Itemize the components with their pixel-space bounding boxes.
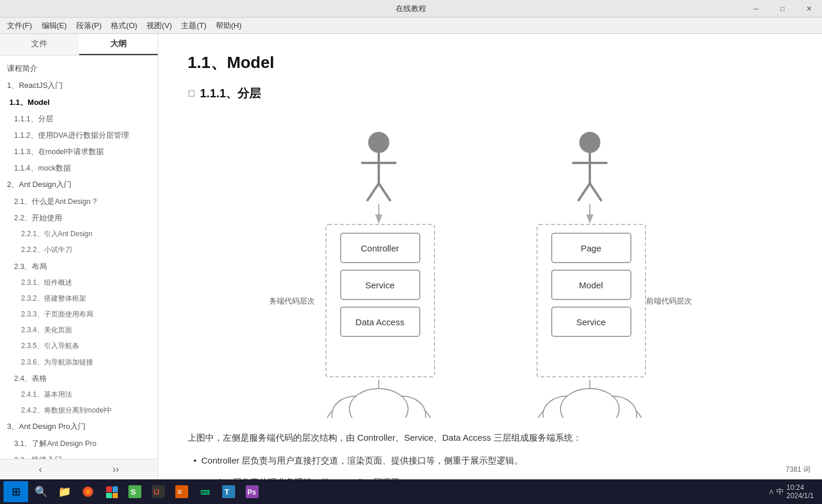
taskbar-tool5[interactable]: ⌨ (195, 481, 216, 502)
prev-button[interactable]: ‹ (34, 463, 46, 476)
sidebar-item-2-3-5[interactable]: 2.3.5、引入导航条 (0, 338, 158, 354)
taskbar-right: ∧ 中 10:242024/1/1 (768, 483, 818, 500)
taskbar-tool3[interactable]: IJ (148, 481, 169, 502)
sidebar-item-2-3[interactable]: 2.3、布局 (0, 258, 158, 275)
taskbar-tool4[interactable]: ≡ (171, 481, 192, 502)
maximize-button[interactable]: □ (769, 0, 796, 17)
svg-rect-46 (106, 493, 112, 498)
sidebar-item-intro[interactable]: 课程简介 (0, 60, 158, 77)
page-number: 7381 词 (786, 465, 810, 475)
diagram-container: Controller Service Data Access 服务端代码层次 D… (188, 113, 793, 418)
menu-file[interactable]: 文件(F) (2, 19, 37, 32)
section-title-icon: ☐ (188, 89, 195, 98)
svg-text:Ps: Ps (247, 488, 256, 496)
svg-text:Service: Service (576, 317, 606, 327)
svg-text:Model: Model (579, 280, 603, 290)
sidebar-item-1-1-3[interactable]: 1.1.3、在model中请求数据 (0, 144, 158, 160)
bullet-text-1: Controller 层负责与用户直接打交道，渲染页面、提供接口等，侧重于展示型… (201, 452, 523, 468)
svg-point-18 (349, 389, 408, 418)
sidebar-item-2-3-6[interactable]: 2.3.6、为导航添加链接 (0, 355, 158, 370)
description-text: 上图中，左侧是服务端代码的层次结构，由 Controller、Service、D… (188, 430, 793, 445)
next-button[interactable]: ›› (108, 463, 124, 476)
taskbar-explorer[interactable]: 📁 (54, 481, 75, 502)
taskbar-time: 10:242024/1/1 (786, 483, 814, 500)
sidebar-item-1-1-4[interactable]: 1.1.4、mock数据 (0, 160, 158, 176)
sidebar-item-model[interactable]: 1.1、Model (0, 94, 158, 111)
svg-text:Service: Service (365, 280, 395, 290)
minimize-button[interactable]: ─ (743, 0, 769, 17)
content-area: 1.1、Model ☐ 1.1.1、分层 Controller (158, 34, 822, 479)
menubar: 文件(F) 编辑(E) 段落(P) 格式(O) 视图(V) 主题(T) 帮助(H… (0, 18, 822, 34)
taskbar-systray: ∧ 中 (768, 486, 784, 497)
svg-text:Controller: Controller (361, 243, 399, 253)
svg-text:T: T (225, 488, 229, 496)
svg-text:Data Access: Data Access (355, 317, 404, 327)
sidebar-item-reactjs[interactable]: 1、ReactJS入门 (0, 77, 158, 94)
sidebar-item-2-1[interactable]: 2.1、什么是Ant Design？ (0, 193, 158, 210)
menu-edit[interactable]: 编辑(E) (37, 19, 72, 32)
sidebar-item-2-4-2[interactable]: 2.4.2、将数据分离到model中 (0, 403, 158, 418)
taskbar-tool7[interactable]: Ps (242, 481, 263, 502)
tab-files[interactable]: 文件 (0, 34, 79, 55)
taskbar-search[interactable]: 🔍 (30, 481, 52, 502)
bullet-text-2: Service 层负责处理业务逻辑，供 Controller 层调用。 (201, 474, 408, 479)
sidebar-item-2-3-2[interactable]: 2.3.2、搭建整体框架 (0, 291, 158, 307)
sidebar-item-2-4-1[interactable]: 2.4.1、基本用法 (0, 387, 158, 403)
sidebar-item-2-3-1[interactable]: 2.3.1、组件概述 (0, 275, 158, 291)
titlebar: 在线教程 ─ □ ✕ (0, 0, 822, 18)
sidebar-item-antdesign[interactable]: 2、Ant Design入门 (0, 176, 158, 193)
svg-rect-45 (113, 486, 118, 492)
sidebar-item-antdesignpro[interactable]: 3、Ant Design Pro入门 (0, 418, 158, 435)
svg-text:服务端代码层次: 服务端代码层次 (270, 297, 315, 305)
sidebar-nav: 课程简介 1、ReactJS入门 1.1、Model 1.1.1、分层 1.1.… (0, 56, 158, 459)
page-title: 1.1、Model (188, 52, 793, 74)
menu-help[interactable]: 帮助(H) (211, 19, 246, 32)
svg-text:⌨: ⌨ (201, 489, 210, 496)
menu-format[interactable]: 格式(O) (106, 19, 142, 32)
bullet-list: • Controller 层负责与用户直接打交道，渲染页面、提供接口等，侧重于展… (188, 452, 793, 479)
svg-line-4 (379, 183, 390, 201)
taskbar-tool2[interactable]: S (124, 481, 145, 502)
bullet-item-controller: • Controller 层负责与用户直接打交道，渲染页面、提供接口等，侧重于展… (193, 452, 793, 468)
taskbar-tool1[interactable] (101, 481, 122, 502)
menu-paragraph[interactable]: 段落(P) (72, 19, 106, 32)
sidebar-item-3-1[interactable]: 3.1、了解Ant Design Pro (0, 435, 158, 452)
bullet-item-service: • Service 层负责处理业务逻辑，供 Controller 层调用。 (193, 474, 793, 479)
bullet-dot-1: • (193, 452, 196, 468)
svg-rect-44 (106, 486, 112, 492)
svg-point-0 (368, 132, 389, 153)
svg-point-38 (561, 389, 619, 418)
menu-theme[interactable]: 主题(T) (176, 19, 211, 32)
sidebar-item-2-3-4[interactable]: 2.3.4、美化页面 (0, 322, 158, 338)
svg-point-20 (579, 132, 600, 153)
svg-text:≡: ≡ (177, 487, 182, 496)
sidebar-item-1-1-1[interactable]: 1.1.1、分层 (0, 111, 158, 127)
svg-text:Page: Page (580, 243, 601, 253)
sidebar-item-2-4[interactable]: 2.4、表格 (0, 370, 158, 387)
svg-rect-47 (113, 493, 118, 498)
close-button[interactable]: ✕ (796, 0, 822, 17)
sidebar-tabs: 文件 大纲 (0, 34, 158, 56)
taskbar-tool6[interactable]: T (218, 481, 239, 502)
svg-line-3 (367, 183, 379, 201)
section-title: ☐ 1.1.1、分层 (188, 86, 793, 101)
sidebar-item-2-2[interactable]: 2.2、开始使用 (0, 210, 158, 226)
architecture-diagram: Controller Service Data Access 服务端代码层次 D… (270, 113, 710, 418)
start-button[interactable]: ⊞ (4, 481, 28, 502)
sidebar-item-2-2-1[interactable]: 2.2.1、引入Ant Design (0, 226, 158, 242)
svg-text:IJ: IJ (154, 488, 159, 496)
taskbar-browser[interactable] (77, 481, 98, 502)
tab-outline[interactable]: 大纲 (79, 34, 158, 55)
sidebar-item-3-2[interactable]: 3.2、快速入门 (0, 452, 158, 459)
sidebar-item-2-3-3[interactable]: 2.3.3、子页面使用布局 (0, 307, 158, 322)
bullet-dot-2: • (193, 474, 196, 479)
taskbar: ⊞ 🔍 📁 S IJ ≡ ⌨ T Ps ∧ 中 10:242024/1/1 (0, 479, 822, 504)
sidebar-item-2-2-2[interactable]: 2.2.2、小试牛刀 (0, 242, 158, 258)
sidebar-item-1-1-2[interactable]: 1.1.2、使用DVA进行数据分层管理 (0, 127, 158, 144)
svg-text:前端代码层次: 前端代码层次 (646, 297, 692, 305)
sidebar-footer: ‹ ›› (0, 459, 158, 479)
svg-line-24 (590, 183, 602, 201)
sidebar: 文件 大纲 课程简介 1、ReactJS入门 1.1、Model 1.1.1、分… (0, 34, 158, 479)
titlebar-title: 在线教程 (396, 4, 426, 14)
menu-view[interactable]: 视图(V) (142, 19, 176, 32)
